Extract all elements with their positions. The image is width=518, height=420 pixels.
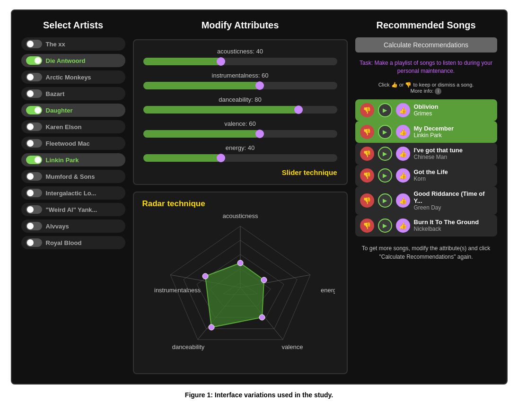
- toggle-switch[interactable]: [26, 205, 42, 214]
- artist-name: Daughter: [46, 107, 73, 114]
- slider-track[interactable]: [143, 130, 337, 138]
- toggle-switch[interactable]: [26, 106, 42, 114]
- play-button[interactable]: ▶: [378, 103, 392, 117]
- middle-panel-title: Modify Attributes: [133, 20, 348, 31]
- slider-fill: [143, 82, 260, 89]
- slider-fill: [143, 106, 299, 114]
- slider-track[interactable]: [143, 106, 337, 114]
- toggle-switch[interactable]: [26, 73, 42, 81]
- slider-technique-label: Slider technique: [143, 168, 337, 176]
- like-button[interactable]: 👍: [396, 147, 410, 161]
- play-button[interactable]: ▶: [378, 147, 392, 161]
- calculate-recommendations-button[interactable]: Calculate Recommendations: [355, 37, 497, 52]
- toggle-switch[interactable]: [26, 172, 42, 181]
- artist-item[interactable]: Fleetwood Mac: [21, 137, 125, 150]
- song-title: Got the Life: [414, 168, 492, 175]
- artist-item[interactable]: The xx: [21, 37, 125, 51]
- toggle-switch[interactable]: [26, 122, 42, 131]
- task-text: Task: Make a playlist of songs to listen…: [355, 59, 497, 75]
- song-artist: Linkin Park: [414, 132, 492, 139]
- artist-item[interactable]: Arctic Monkeys: [21, 70, 125, 84]
- artist-item[interactable]: Daughter: [21, 104, 125, 117]
- like-button[interactable]: 👍: [396, 168, 410, 183]
- svg-point-19: [209, 324, 214, 330]
- thumbs-down-icon: 👎: [405, 82, 412, 88]
- slider-track[interactable]: [143, 154, 337, 162]
- slider-track[interactable]: [143, 58, 337, 65]
- artist-name: Royal Blood: [46, 239, 82, 246]
- slider-track[interactable]: [143, 82, 337, 89]
- slider-thumb[interactable]: [255, 81, 264, 90]
- artist-item[interactable]: Die Antwoord: [21, 54, 125, 67]
- toggle-switch[interactable]: [26, 40, 42, 48]
- toggle-switch[interactable]: [26, 156, 42, 164]
- play-button[interactable]: ▶: [378, 193, 392, 208]
- song-info: Good Riddance (Time of Y...Green Day: [414, 190, 492, 211]
- artist-name: Fleetwood Mac: [46, 140, 90, 147]
- slider-row: instrumentalness: 60: [143, 72, 337, 89]
- dislike-button[interactable]: 👎: [360, 168, 374, 183]
- radar-title: Radar technique: [142, 199, 205, 209]
- svg-text:danceability: danceability: [172, 343, 204, 350]
- like-button[interactable]: 👍: [396, 103, 410, 117]
- artist-name: "Weird Al" Yank...: [46, 206, 97, 213]
- artist-item[interactable]: Linkin Park: [21, 153, 125, 166]
- artist-item[interactable]: "Weird Al" Yank...: [21, 203, 125, 216]
- artist-item[interactable]: Bazart: [21, 87, 125, 100]
- toggle-switch[interactable]: [26, 139, 42, 148]
- song-cards-container: 👎▶👍OblivionGrimes👎▶👍My DecemberLinkin Pa…: [355, 99, 497, 236]
- dislike-button[interactable]: 👎: [360, 125, 374, 139]
- right-panel-title: Recommended Songs: [355, 20, 497, 31]
- play-button[interactable]: ▶: [378, 168, 392, 183]
- like-button[interactable]: 👍: [396, 219, 410, 233]
- middle-panel: Modify Attributes acousticness: 40instru…: [133, 20, 348, 374]
- artist-item[interactable]: Royal Blood: [21, 236, 125, 249]
- slider-thumb[interactable]: [294, 105, 303, 114]
- toggle-switch[interactable]: [26, 222, 42, 230]
- artist-name: Intergalactic Lo...: [46, 190, 97, 197]
- song-artist: Korn: [414, 175, 492, 182]
- song-card: 👎▶👍My DecemberLinkin Park: [355, 121, 497, 143]
- artist-name: Mumford & Sons: [46, 173, 95, 180]
- song-info: Burn It To The GroundNickelback: [414, 219, 492, 232]
- slider-label: danceability: 80: [143, 96, 337, 103]
- dislike-button[interactable]: 👎: [360, 147, 374, 161]
- left-panel-title: Select Artists: [21, 20, 125, 31]
- artist-name: The xx: [46, 41, 65, 48]
- artist-item[interactable]: Mumford & Sons: [21, 170, 125, 183]
- toggle-switch[interactable]: [26, 89, 42, 98]
- left-panel: Select Artists The xxDie AntwoordArctic …: [21, 20, 125, 374]
- song-info: I've got that tuneChinese Man: [414, 147, 492, 160]
- dislike-button[interactable]: 👎: [360, 103, 374, 117]
- slider-label: valence: 60: [143, 120, 337, 127]
- dislike-button[interactable]: 👎: [360, 193, 374, 208]
- like-button[interactable]: 👍: [396, 193, 410, 208]
- artist-item[interactable]: Intergalactic Lo...: [21, 186, 125, 200]
- song-card: 👎▶👍OblivionGrimes: [355, 99, 497, 121]
- play-button[interactable]: ▶: [378, 125, 392, 139]
- artist-name: Bazart: [46, 90, 65, 97]
- toggle-switch[interactable]: [26, 56, 42, 65]
- song-artist: Grimes: [414, 110, 492, 117]
- song-title: My December: [414, 125, 492, 132]
- dismiss-text: to keep or dismiss a song.: [413, 82, 474, 88]
- slider-thumb[interactable]: [217, 57, 225, 66]
- toggle-switch[interactable]: [26, 189, 42, 197]
- artist-item[interactable]: Karen Elson: [21, 120, 125, 133]
- slider-row: danceability: 80: [143, 96, 337, 114]
- right-panel: Recommended Songs Calculate Recommendati…: [355, 20, 497, 374]
- artist-item[interactable]: Alvvays: [21, 219, 125, 233]
- song-info: OblivionGrimes: [414, 103, 492, 117]
- song-title: Good Riddance (Time of Y...: [414, 190, 492, 204]
- toggle-switch[interactable]: [26, 238, 42, 247]
- info-icon[interactable]: i: [435, 88, 441, 95]
- slider-thumb[interactable]: [255, 130, 264, 138]
- artist-name: Die Antwoord: [46, 57, 86, 64]
- sliders-box: acousticness: 40instrumentalness: 60danc…: [133, 39, 348, 185]
- slider-thumb[interactable]: [217, 154, 225, 162]
- dislike-button[interactable]: 👎: [360, 219, 374, 233]
- play-button[interactable]: ▶: [378, 219, 392, 233]
- main-container: Select Artists The xxDie AntwoordArctic …: [11, 9, 508, 385]
- song-card: 👎▶👍I've got that tuneChinese Man: [355, 143, 497, 165]
- like-button[interactable]: 👍: [396, 125, 410, 139]
